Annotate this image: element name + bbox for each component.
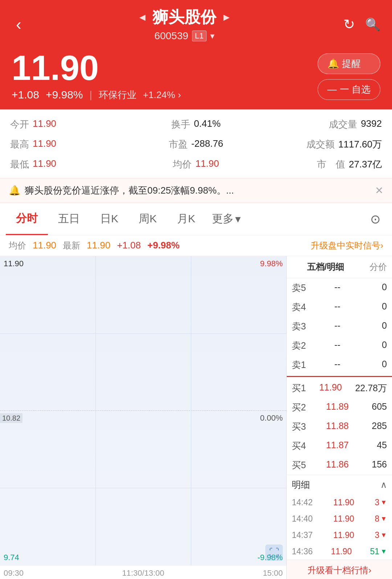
trade-row-1: 14:40 11.90 8 ▼ bbox=[287, 511, 392, 527]
header-actions: ↻ 🔍 bbox=[343, 16, 380, 32]
stat-today-open: 今开 11.90 bbox=[10, 114, 134, 134]
stat-turnover: 换手 0.41% bbox=[134, 114, 258, 134]
prev-stock-arrow[interactable]: ◄ bbox=[138, 12, 148, 23]
ob-detail-header: 明细 ∧ bbox=[287, 475, 392, 494]
latest-value: 11.90 bbox=[87, 240, 110, 251]
ob-buy-2: 买2 11.89 605 bbox=[287, 398, 392, 417]
upgrade-ten-levels[interactable]: 升级看十档行情› bbox=[287, 560, 392, 579]
avg-label: 均价 bbox=[9, 240, 26, 251]
stat-mktcap: 市 值 27.37亿 bbox=[258, 154, 382, 174]
stat-high: 最高 11.90 bbox=[10, 134, 134, 154]
camera-icon[interactable]: ⊙ bbox=[364, 206, 386, 232]
price-section: 11.90 +1.08 +9.98% | 环保行业 +1.24% › 🔔 提醒 … bbox=[0, 47, 392, 109]
chart-time-bar: 09:30 11:30/13:00 15:00 bbox=[0, 565, 286, 579]
bell-icon: 🔔 bbox=[327, 58, 339, 69]
chart-panel: 11.90 9.98% 10.82 0.00% 9.74 -9.98% ⛶ 09… bbox=[0, 256, 287, 579]
stat-amount: 成交额 1117.60万 bbox=[258, 134, 382, 154]
upgrade-signal-link[interactable]: 升级盘中实时信号› bbox=[311, 240, 383, 251]
alert-bell-icon: 🔔 bbox=[9, 185, 20, 196]
tab-yuek[interactable]: 月K bbox=[167, 203, 205, 234]
price-change-pct: +9.98% bbox=[46, 89, 83, 101]
ob-sell-5: 卖5 -- 0 bbox=[287, 278, 392, 297]
chart-mid-price-label: 10.82 bbox=[0, 413, 23, 423]
ob-divider bbox=[287, 376, 392, 377]
level-badge: L1 bbox=[192, 31, 207, 41]
search-icon[interactable]: 🔍 bbox=[365, 17, 380, 32]
alert-banner: 🔔 狮头股份竞价逼近涨停，截至09:25涨幅9.98%。... ✕ bbox=[0, 178, 392, 203]
alert-message: 狮头股份竞价逼近涨停，截至09:25涨幅9.98%。... bbox=[25, 184, 371, 197]
ob-sell-4: 卖4 -- 0 bbox=[287, 297, 392, 317]
ob-buy-4: 买4 11.87 45 bbox=[287, 436, 392, 455]
ob-tab-detail[interactable]: 分价 bbox=[364, 256, 392, 278]
divider: | bbox=[90, 89, 92, 101]
ob-sell-2: 卖2 -- 0 bbox=[287, 336, 392, 355]
info-change2: +9.98% bbox=[147, 240, 180, 251]
dropdown-icon[interactable]: ▾ bbox=[210, 31, 215, 41]
expand-chart-button[interactable]: ⛶ bbox=[265, 544, 283, 561]
chart-mid-pct-label: 0.00% bbox=[260, 413, 283, 423]
header: ‹ ◄ 狮头股份 ► 600539 L1 ▾ ↻ 🔍 bbox=[0, 0, 392, 47]
chart-tabs: 分时 五日 日K 周K 月K 更多 ▾ ⊙ bbox=[0, 203, 392, 235]
tab-fenshi[interactable]: 分时 bbox=[6, 203, 48, 235]
trade-row-3: 14:36 11.90 51 ▼ bbox=[287, 543, 392, 560]
close-icon[interactable]: ✕ bbox=[375, 185, 383, 197]
stat-pe: 市盈 -288.76 bbox=[134, 134, 258, 154]
watchlist-button[interactable]: — 一 自选 bbox=[318, 79, 380, 100]
next-stock-arrow[interactable]: ► bbox=[221, 12, 232, 23]
ob-buy-3: 买3 11.88 285 bbox=[287, 417, 392, 436]
trade-row-2: 14:37 11.90 3 ▼ bbox=[287, 527, 392, 543]
trade-row-0: 14:42 11.90 3 ▼ bbox=[287, 494, 392, 511]
ob-tab-five[interactable]: 五档/明细 bbox=[287, 256, 364, 278]
stat-low: 最低 11.90 bbox=[10, 154, 134, 174]
tab-wuri[interactable]: 五日 bbox=[48, 203, 90, 234]
stats-section: 今开 11.90 换手 0.41% 成交量 9392 最高 11.90 市盈 -… bbox=[0, 109, 392, 178]
stat-avg: 均价 11.90 bbox=[134, 154, 258, 174]
price-change: +1.08 bbox=[12, 89, 39, 101]
order-book: 五档/明细 分价 卖5 -- 0 卖4 -- 0 卖3 -- 0 卖2 -- 0… bbox=[287, 256, 392, 579]
industry-label[interactable]: 环保行业 bbox=[99, 89, 136, 101]
info-change1: +1.08 bbox=[117, 240, 141, 251]
industry-change[interactable]: +1.24% › bbox=[143, 89, 181, 101]
tab-dayk[interactable]: 日K bbox=[90, 203, 128, 234]
header-center: ◄ 狮头股份 ► 600539 L1 ▾ bbox=[138, 7, 232, 42]
stock-title: 狮头股份 bbox=[152, 7, 216, 28]
chart-bottom-price: 9.74 bbox=[4, 553, 19, 562]
main-content: 11.90 9.98% 10.82 0.00% 9.74 -9.98% ⛶ 09… bbox=[0, 256, 392, 579]
refresh-icon[interactable]: ↻ bbox=[343, 16, 355, 32]
main-price: 11.90 bbox=[12, 50, 181, 86]
ob-sell-3: 卖3 -- 0 bbox=[287, 317, 392, 336]
ob-buy-5: 买5 11.86 156 bbox=[287, 455, 392, 475]
stock-code: 600539 bbox=[154, 30, 188, 42]
alert-button[interactable]: 🔔 提醒 bbox=[318, 53, 380, 74]
price-right: 🔔 提醒 — 一 自选 bbox=[318, 53, 380, 100]
price-left: 11.90 +1.08 +9.98% | 环保行业 +1.24% › bbox=[12, 50, 181, 101]
chart-top-pct: 9.98% bbox=[260, 259, 283, 268]
stat-volume: 成交量 9392 bbox=[258, 114, 382, 134]
chart-info-bar: 均价 11.90 最新 11.90 +1.08 +9.98% 升级盘中实时信号› bbox=[0, 235, 392, 256]
back-button[interactable]: ‹ bbox=[12, 14, 26, 35]
ob-buy-1: 买1 11.90 22.78万 bbox=[287, 378, 392, 398]
latest-label: 最新 bbox=[63, 240, 80, 251]
chart-top-price: 11.90 bbox=[4, 259, 24, 268]
detail-collapse-icon[interactable]: ∧ bbox=[380, 479, 387, 491]
tab-more[interactable]: 更多 ▾ bbox=[205, 203, 247, 234]
avg-value: 11.90 bbox=[33, 240, 56, 251]
ob-sell-1: 卖1 -- 0 bbox=[287, 355, 392, 374]
minus-icon: — bbox=[327, 84, 337, 95]
tab-zhouk[interactable]: 周K bbox=[128, 203, 167, 234]
